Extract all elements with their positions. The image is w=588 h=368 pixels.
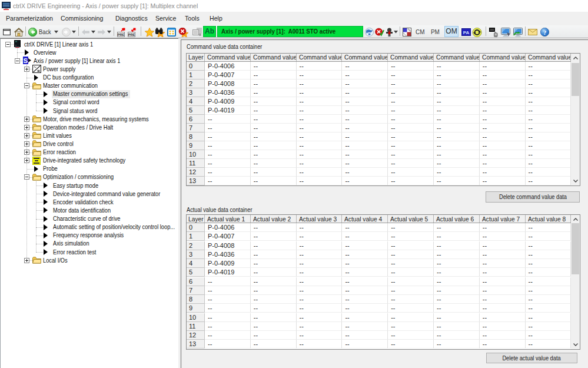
svg-text:S: S [24,57,28,64]
svg-text:?: ? [543,29,546,36]
svg-text:PRE: PRE [118,33,125,37]
svg-text:PA: PA [463,30,470,35]
svg-text:PRE: PRE [128,33,135,37]
